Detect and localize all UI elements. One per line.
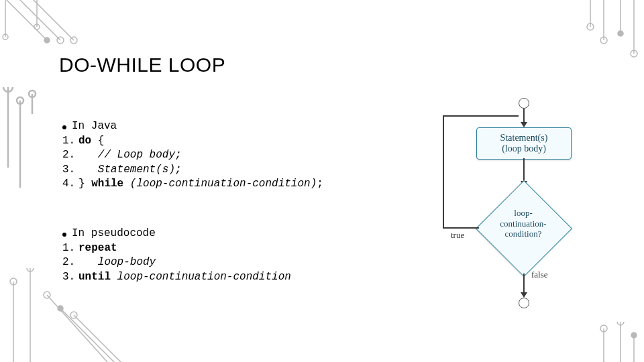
svg-point-23 [58,306,63,311]
svg-point-3 [44,38,50,43]
bullet-icon [62,125,66,129]
flow-condition-text: loop- continuation- condition? [490,208,557,239]
svg-line-22 [60,308,121,362]
svg-line-20 [47,295,107,362]
flowchart-diagram: Statement(s) (loop body) loop- continuat… [429,94,631,322]
flow-false-label: false [531,269,548,280]
svg-point-31 [618,31,623,36]
bullet-icon [62,233,66,237]
arrowhead-icon [521,292,527,298]
flow-true-label: true [451,230,464,241]
svg-point-39 [631,333,637,338]
pseudocode-block: In pseudocode 1.repeat 2. loop-body 3.un… [62,227,291,284]
svg-line-4 [27,0,74,40]
slide: DO-WHILE LOOP In Java 1.do { 2. // Loop … [0,0,644,362]
flow-start-circle [519,98,529,109]
flow-loop-body-box: Statement(s) (loop body) [476,127,572,160]
arrowhead-icon [521,122,527,127]
slide-title: DO-WHILE LOOP [59,54,225,76]
java-code-block: In Java 1.do { 2. // Loop body; 3. State… [62,119,323,192]
java-heading: In Java [72,119,117,134]
flow-end-circle [519,298,529,308]
pseudo-heading: In pseudocode [72,227,156,241]
